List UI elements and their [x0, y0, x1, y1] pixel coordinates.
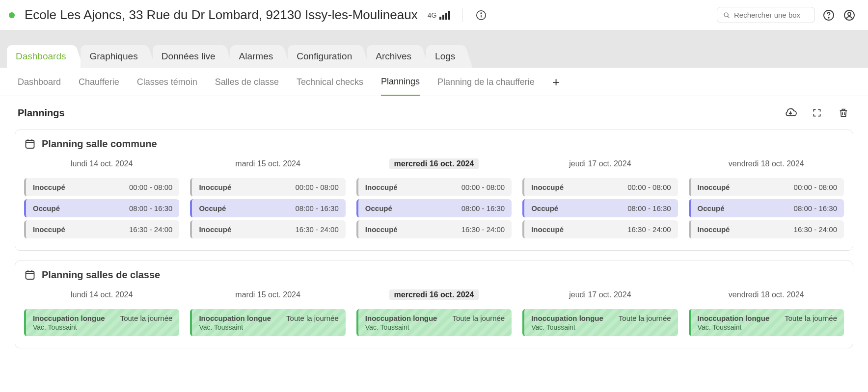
site-title: Ecole Les Ajoncs, 33 Rue du Dr Lombard, …: [25, 7, 418, 23]
time-slot[interactable]: Inoccupé16:30 - 24:00: [24, 220, 179, 238]
slot-status: Inoccupation longue: [531, 314, 603, 322]
time-slot[interactable]: Inoccupation longueToute la journéeVac. …: [522, 309, 678, 336]
time-slot[interactable]: Inoccupé00:00 - 08:00: [24, 178, 179, 196]
tab-graphiques[interactable]: Graphiques: [81, 45, 146, 68]
time-slot[interactable]: Inoccupé00:00 - 08:00: [356, 178, 512, 196]
search-input[interactable]: [734, 11, 809, 19]
day-label: vendredi 18 oct. 2024: [689, 158, 844, 169]
subtab-technical-checks[interactable]: Technical checks: [297, 77, 363, 95]
expand-icon: [812, 108, 822, 118]
tab-données-live[interactable]: Données live: [153, 45, 224, 68]
main-tabs: DashboardsGraphiquesDonnées liveAlarmesC…: [0, 30, 868, 68]
subtab-classes-témoin[interactable]: Classes témoin: [137, 77, 197, 95]
subtab-dashboard[interactable]: Dashboard: [18, 77, 61, 95]
network-label: 4G: [428, 11, 437, 19]
page-header: Plannings: [0, 96, 868, 130]
user-icon: [843, 9, 855, 21]
slot-time: 16:30 - 24:00: [295, 225, 338, 234]
slot-time: 08:00 - 16:30: [129, 204, 172, 212]
slot-time: 16:30 - 24:00: [129, 225, 172, 234]
slot-time: 00:00 - 08:00: [461, 183, 505, 191]
time-slot[interactable]: Inoccupé16:30 - 24:00: [689, 220, 844, 238]
day-column: jeudi 17 oct. 2024Inoccupation longueTou…: [522, 289, 678, 336]
tab-configuration[interactable]: Configuration: [288, 45, 361, 68]
slot-status: Inoccupation longue: [33, 314, 105, 322]
slot-subtitle: Vac. Toussaint: [531, 323, 671, 331]
slot-status: Inoccupé: [199, 225, 231, 234]
slot-status: Inoccupation longue: [199, 314, 271, 322]
slot-status: Inoccupé: [698, 225, 730, 234]
tab-logs[interactable]: Logs: [426, 45, 464, 68]
slot-status: Inoccupé: [698, 183, 730, 191]
svg-point-6: [828, 17, 829, 18]
time-slot[interactable]: Inoccupation longueToute la journéeVac. …: [689, 309, 844, 336]
subtab-plannings[interactable]: Plannings: [381, 77, 420, 96]
time-slot[interactable]: Occupé08:00 - 16:30: [24, 199, 179, 217]
slot-status: Occupé: [199, 204, 226, 212]
slot-subtitle: Vac. Toussaint: [199, 323, 338, 331]
page-actions: [784, 106, 850, 120]
slot-time: 16:30 - 24:00: [627, 225, 671, 234]
planning-grid: lundi 14 oct. 2024Inoccupation longueTou…: [24, 289, 844, 336]
card-header: Planning salles de classe: [24, 269, 844, 281]
slot-time: 08:00 - 16:30: [461, 204, 505, 212]
slot-status: Inoccupé: [33, 183, 65, 191]
time-slot[interactable]: Occupé08:00 - 16:30: [190, 199, 345, 217]
time-slot[interactable]: Inoccupation longueToute la journéeVac. …: [356, 309, 512, 336]
time-slot[interactable]: Inoccupé16:30 - 24:00: [356, 220, 512, 238]
time-slot[interactable]: Inoccupé00:00 - 08:00: [689, 178, 844, 196]
slot-status: Occupé: [33, 204, 60, 212]
day-label: jeudi 17 oct. 2024: [522, 158, 678, 169]
help-button[interactable]: [822, 8, 836, 22]
subtab-chaufferie[interactable]: Chaufferie: [79, 77, 119, 95]
planning-grid: lundi 14 oct. 2024Inoccupé00:00 - 08:00O…: [24, 158, 844, 238]
slot-status: Occupé: [698, 204, 725, 212]
info-button[interactable]: [474, 8, 488, 22]
add-subtab-button[interactable]: +: [552, 78, 560, 94]
tab-dashboards[interactable]: Dashboards: [7, 45, 75, 68]
cloud-icon: [784, 107, 797, 118]
time-slot[interactable]: Inoccupé00:00 - 08:00: [522, 178, 678, 196]
svg-line-4: [728, 16, 729, 18]
time-slot[interactable]: Occupé08:00 - 16:30: [689, 199, 844, 217]
slot-status: Inoccupé: [365, 225, 398, 234]
top-header: Ecole Les Ajoncs, 33 Rue du Dr Lombard, …: [0, 0, 868, 30]
calendar-icon: [24, 138, 36, 150]
slot-status: Occupé: [531, 204, 558, 212]
slot-subtitle: Vac. Toussaint: [365, 323, 505, 331]
day-label: vendredi 18 oct. 2024: [689, 289, 844, 300]
slot-status: Inoccupé: [531, 225, 564, 234]
fullscreen-button[interactable]: [810, 106, 824, 120]
day-column: mardi 15 oct. 2024Inoccupation longueTou…: [190, 289, 345, 336]
day-column: lundi 14 oct. 2024Inoccupé00:00 - 08:00O…: [24, 158, 179, 238]
slot-status: Inoccupé: [199, 183, 231, 191]
card-title: Planning salles de classe: [42, 269, 160, 281]
day-label: mardi 15 oct. 2024: [190, 289, 345, 300]
planning-card: Planning salles de classelundi 14 oct. 2…: [15, 261, 853, 348]
delete-button[interactable]: [837, 106, 850, 120]
slot-time: 16:30 - 24:00: [461, 225, 505, 234]
time-slot[interactable]: Occupé08:00 - 16:30: [522, 199, 678, 217]
subtab-salles-de-classe[interactable]: Salles de classe: [215, 77, 279, 95]
slot-status: Inoccupé: [365, 183, 398, 191]
time-slot[interactable]: Inoccupation longueToute la journéeVac. …: [24, 309, 179, 336]
svg-point-2: [481, 13, 482, 13]
slot-time: Toute la journée: [120, 314, 173, 322]
search-input-wrapper[interactable]: [717, 7, 815, 23]
slot-time: 00:00 - 08:00: [627, 183, 671, 191]
svg-rect-10: [26, 271, 34, 279]
time-slot[interactable]: Inoccupation longueToute la journéeVac. …: [190, 309, 345, 336]
day-label: mardi 15 oct. 2024: [190, 158, 345, 169]
time-slot[interactable]: Occupé08:00 - 16:30: [356, 199, 512, 217]
time-slot[interactable]: Inoccupé16:30 - 24:00: [190, 220, 345, 238]
profile-button[interactable]: [842, 8, 856, 22]
time-slot[interactable]: Inoccupé00:00 - 08:00: [190, 178, 345, 196]
tab-alarmes[interactable]: Alarmes: [230, 45, 282, 68]
signal-bars-icon: [439, 11, 450, 20]
cloud-download-button[interactable]: [784, 106, 797, 120]
trash-icon: [838, 107, 849, 118]
subtab-planning-de-la-chaufferie[interactable]: Planning de la chaufferie: [437, 77, 535, 95]
svg-rect-9: [26, 140, 34, 148]
time-slot[interactable]: Inoccupé16:30 - 24:00: [522, 220, 678, 238]
tab-archives[interactable]: Archives: [367, 45, 420, 68]
